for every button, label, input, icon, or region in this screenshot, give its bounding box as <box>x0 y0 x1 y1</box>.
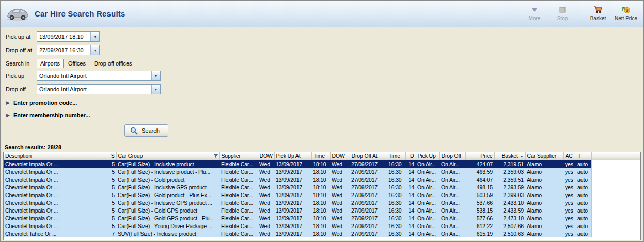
column-header-price[interactable]: Price <box>465 152 494 160</box>
column-header-s[interactable]: S <box>107 152 116 160</box>
table-row[interactable]: Chevrolet Tahoe Or ...7SUV(Full Size) - … <box>4 230 640 237</box>
column-header-car-group[interactable]: Car Group <box>116 152 219 160</box>
table-cell: On Air... <box>439 160 465 168</box>
table-cell: 18:10 <box>311 230 330 237</box>
table-cell: 498.15 <box>465 183 494 191</box>
dropdown-arrow-icon[interactable]: ▼ <box>90 45 99 55</box>
dropdown-arrow-icon[interactable]: ▼ <box>151 71 160 80</box>
table-cell: 18:10 <box>311 160 330 168</box>
table-row[interactable]: Chevrolet Impala Or ...5Car(Full Size) -… <box>4 222 640 230</box>
table-cell-filler <box>591 206 640 214</box>
more-label: More <box>529 15 541 21</box>
column-header-time[interactable]: Time <box>311 152 330 160</box>
tab-offices[interactable]: Offices <box>65 59 89 68</box>
column-header-pick-up-at[interactable]: Pick Up At <box>274 152 311 160</box>
column-header-ac[interactable]: AC <box>563 152 576 160</box>
table-row[interactable]: Chevrolet Impala Or ...5Car(Full Size) -… <box>4 214 640 222</box>
table-cell: 13/09/2017 <box>274 160 311 168</box>
column-header-label: Car Supplier <box>527 153 557 159</box>
table-cell-filler <box>591 214 640 222</box>
table-cell: 5 <box>107 206 116 214</box>
table-cell: 5 <box>107 191 116 199</box>
table-row[interactable]: Chevrolet Impala Or ...5Car(Full Size) -… <box>4 191 640 199</box>
dropoff-location-combobox[interactable]: Orlando Intl Airport ▼ <box>37 84 161 94</box>
table-row[interactable]: Chevrolet Impala Or ...5Car(Full Size) -… <box>4 168 640 175</box>
table-cell: yes <box>563 183 576 191</box>
column-header-description[interactable]: Description <box>4 152 107 160</box>
table-cell: On Air... <box>439 183 465 191</box>
basket-label: Basket <box>590 15 606 21</box>
table-cell-filler <box>591 160 640 168</box>
table-cell: On Air... <box>439 175 465 183</box>
table-cell: 14 <box>405 191 416 199</box>
table-cell: 27/09/2017 <box>350 160 387 168</box>
dropoff-at-row: Drop off at 27/09/2017 16:30 ▼ <box>6 45 643 55</box>
table-cell: On Air... <box>416 191 439 199</box>
table-cell: 14 <box>405 183 416 191</box>
table-cell: Wed <box>258 214 274 222</box>
table-cell: Wed <box>330 168 350 175</box>
table-cell: 5 <box>107 199 116 206</box>
table-cell: On Air... <box>416 214 439 222</box>
promotion-code-expander[interactable]: ▶ Enter promotion code... <box>6 99 643 107</box>
table-cell: Wed <box>258 168 274 175</box>
table-cell: 18:10 <box>311 206 330 214</box>
nett-price-button[interactable]: $ Nett Price <box>615 4 637 21</box>
search-button[interactable]: Search <box>124 124 168 137</box>
dropdown-arrow-icon[interactable]: ▼ <box>90 32 99 41</box>
table-cell: 16:30 <box>387 214 405 222</box>
column-header-dow[interactable]: DOW <box>258 152 274 160</box>
column-header-d[interactable]: D <box>405 152 416 160</box>
more-button[interactable]: More <box>523 4 546 21</box>
column-header-label: Supplier <box>222 153 241 159</box>
table-row[interactable]: Chevrolet Impala Or ...5Car(Full Size) -… <box>4 183 640 191</box>
table-cell: 13/09/2017 <box>274 230 311 237</box>
pickup-location-combobox[interactable]: Orlando Intl Airport ▼ <box>37 71 161 81</box>
table-cell: yes <box>563 214 576 222</box>
column-header-t[interactable]: T <box>576 152 591 160</box>
table-cell-filler <box>591 168 640 175</box>
column-header-dow[interactable]: DOW <box>330 152 350 160</box>
column-header-car-supplier[interactable]: Car Supplier <box>525 152 563 160</box>
stop-button[interactable]: Stop <box>551 4 574 21</box>
table-cell: 13/09/2017 <box>274 175 311 183</box>
more-icon <box>531 5 538 14</box>
table-cell: 16:30 <box>387 206 405 214</box>
column-header-pick-up[interactable]: Pick Up <box>416 152 439 160</box>
table-cell: auto <box>576 183 591 191</box>
dropoff-at-combobox[interactable]: 27/09/2017 16:30 ▼ <box>37 45 100 55</box>
column-header-time[interactable]: Time <box>387 152 405 160</box>
table-cell: 13/09/2017 <box>274 168 311 175</box>
search-in-label: Search in <box>6 60 37 67</box>
table-row[interactable]: Chevrolet Impala Or ...5Car(Full Size) -… <box>4 160 640 168</box>
column-header-label: S <box>111 153 115 159</box>
tab-drop-off-offices[interactable]: Drop off offices <box>90 59 136 68</box>
basket-button[interactable]: Basket <box>587 4 609 21</box>
table-row[interactable]: Chevrolet Impala Or ...5Car(Full Size) -… <box>4 175 640 183</box>
table-cell: 18:10 <box>311 214 330 222</box>
results-table: DescriptionSCar GroupSupplierDOWPick Up … <box>4 152 640 237</box>
results-summary: Search results: 28/28 <box>5 144 643 150</box>
table-cell: Chevrolet Impala Or ... <box>4 191 107 199</box>
column-header-drop-off[interactable]: Drop Off <box>439 152 465 160</box>
table-cell: 14 <box>405 199 416 206</box>
pickup-at-combobox[interactable]: 13/09/2017 18:10 ▼ <box>37 31 100 42</box>
dropdown-arrow-icon[interactable]: ▼ <box>151 85 160 94</box>
table-row[interactable]: Chevrolet Impala Or ...5Car(Full Size) -… <box>4 206 640 214</box>
table-cell: Wed <box>258 160 274 168</box>
column-header-label: D <box>410 153 414 159</box>
column-header-basket[interactable]: Basket▼ <box>494 152 525 160</box>
column-header-supplier[interactable]: Supplier <box>219 152 258 160</box>
table-cell: Wed <box>258 199 274 206</box>
filter-icon[interactable] <box>213 153 218 159</box>
table-cell: auto <box>576 160 591 168</box>
table-cell: 2,359.51 <box>494 175 525 183</box>
table-cell: 27/09/2017 <box>350 222 387 230</box>
table-cell: 27/09/2017 <box>350 206 387 214</box>
tab-airports[interactable]: Airports <box>37 59 64 68</box>
column-header-drop-off-at[interactable]: Drop Off At <box>350 152 387 160</box>
table-cell: 7 <box>107 230 116 237</box>
table-row[interactable]: Chevrolet Impala Or ...5Car(Full Size) -… <box>4 199 640 206</box>
table-cell: Alamo <box>525 222 563 230</box>
membership-number-expander[interactable]: ▶ Enter membership number... <box>6 111 643 119</box>
